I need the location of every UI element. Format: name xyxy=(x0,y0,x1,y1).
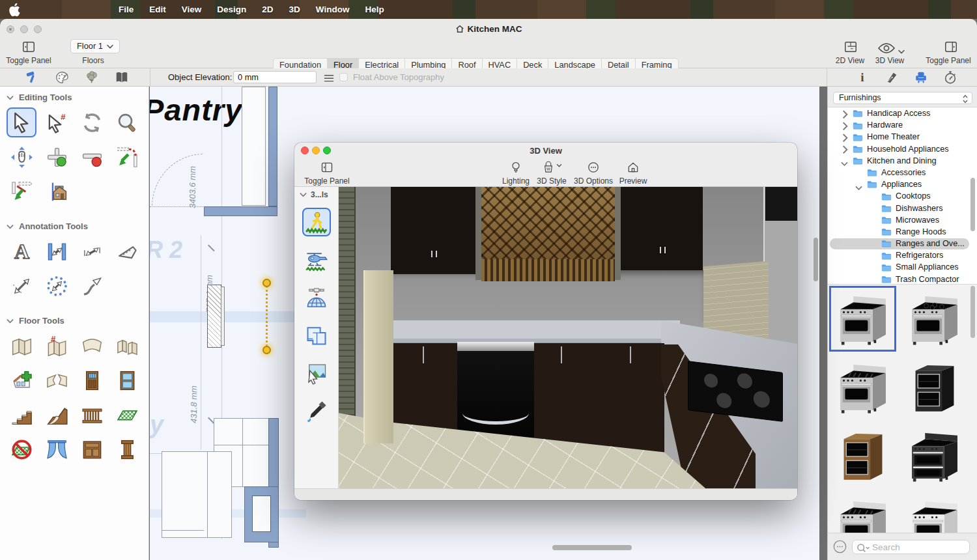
selection-handle[interactable] xyxy=(262,346,271,354)
accent-arc-icon[interactable] xyxy=(112,142,142,172)
menu-item-file[interactable]: File xyxy=(111,0,141,19)
tree-item-refrigerators[interactable]: Refrigerators xyxy=(828,249,977,261)
tree-item-small-appliances[interactable]: Small Appliances xyxy=(828,261,977,273)
elevation-reference-icon[interactable] xyxy=(42,176,72,206)
thumbnail-grill-range[interactable] xyxy=(829,354,896,420)
text-icon[interactable]: A xyxy=(7,236,36,266)
float-above-topography-checkbox[interactable] xyxy=(339,73,348,81)
dimension-431[interactable]: 431.8 mm xyxy=(189,385,199,423)
object-elevation-input[interactable]: 0 mm xyxy=(233,71,317,83)
flyover-icon[interactable] xyxy=(302,245,331,274)
interior-dimension-icon[interactable] xyxy=(42,236,72,266)
tree-item-microwaves[interactable]: Microwaves xyxy=(828,214,977,226)
select-arrow-icon[interactable] xyxy=(7,107,36,137)
tree-item-household-appliances[interactable]: Household Appliances xyxy=(828,143,977,155)
soffit-icon[interactable] xyxy=(42,434,72,464)
horizontal-scrollbar[interactable] xyxy=(552,545,632,550)
tree-scrollbar[interactable] xyxy=(970,178,975,231)
menu-item-2d[interactable]: 2D xyxy=(254,0,281,19)
stopwatch-icon[interactable] xyxy=(943,70,957,85)
hammer-icon[interactable] xyxy=(25,70,39,85)
window-icon[interactable] xyxy=(112,365,142,395)
tree-item-ranges-and-ove-[interactable]: Ranges and Ove... xyxy=(828,238,977,249)
2d-view-button[interactable] xyxy=(843,40,858,53)
straight-wall-icon[interactable] xyxy=(7,331,36,361)
thumbnail-smooth-top-range-white[interactable] xyxy=(901,491,968,533)
numbered-wall-icon[interactable]: # xyxy=(42,331,72,361)
3d-preview-button[interactable]: Preview xyxy=(616,158,650,187)
info-icon[interactable]: i xyxy=(855,70,870,85)
3d-lighting-button[interactable]: Lighting xyxy=(498,158,534,187)
tree-item-home-theater[interactable]: Home Theater xyxy=(828,131,977,143)
search-options-icon[interactable] xyxy=(833,540,847,553)
chevron-right-icon[interactable] xyxy=(842,122,848,129)
tree-item-handicap-access[interactable]: Handicap Access xyxy=(828,107,977,119)
chevron-down-icon[interactable] xyxy=(841,158,848,164)
thumbnail-four-burner-range[interactable] xyxy=(901,286,968,352)
3d-view-button[interactable] xyxy=(877,42,896,53)
tree-item-trash-compactor[interactable]: Trash Compactor xyxy=(828,273,977,285)
plant-icon[interactable] xyxy=(85,70,99,85)
wall[interactable] xyxy=(268,87,277,206)
floor-material-icon[interactable] xyxy=(112,400,142,430)
floors-dropdown[interactable]: Floor 1 xyxy=(70,39,120,53)
leader-arrow-icon[interactable] xyxy=(77,271,107,301)
tree-item-hardware[interactable]: Hardware xyxy=(828,119,977,131)
menu-item-help[interactable]: Help xyxy=(357,0,391,19)
end-to-end-dimension-icon[interactable] xyxy=(77,236,107,266)
tree-item-appliances[interactable]: Appliances xyxy=(828,178,977,190)
remove-icon[interactable] xyxy=(77,142,107,172)
chair-icon[interactable] xyxy=(914,70,928,85)
add-icon[interactable] xyxy=(42,142,72,172)
wall-break-icon[interactable] xyxy=(42,365,72,395)
thumbnail-double-oven-cabinet-black[interactable] xyxy=(901,354,968,420)
landing-stairs-icon[interactable] xyxy=(42,400,72,430)
apple-menu-icon[interactable] xyxy=(9,3,20,16)
railing-icon[interactable] xyxy=(77,400,107,430)
3d-tools-header[interactable]: 3...ls xyxy=(294,187,338,199)
menu-item-view[interactable]: View xyxy=(174,0,210,19)
section-header-floor-tools[interactable]: Floor Tools xyxy=(0,310,149,327)
selection-handle[interactable] xyxy=(262,279,271,287)
menu-item-design[interactable]: Design xyxy=(209,0,254,19)
chevron-right-icon[interactable] xyxy=(842,145,848,152)
toggle-panel-right-button[interactable] xyxy=(944,40,958,53)
tall-cabinet-plan[interactable] xyxy=(242,87,266,206)
library-icon[interactable] xyxy=(115,70,129,85)
thumbnail-double-oven-cabinet-wood[interactable] xyxy=(829,423,896,488)
pan-icon[interactable] xyxy=(7,142,36,172)
add-room-icon[interactable] xyxy=(7,365,36,395)
tree-item-cooktops[interactable]: Cooktops xyxy=(828,190,977,202)
dimension-3403[interactable]: 3403.6 mm xyxy=(188,166,197,208)
auto-dimension-icon[interactable] xyxy=(42,271,72,301)
3d-window-titlebar[interactable]: 3D View xyxy=(294,143,797,158)
tree-item-dishwashers[interactable]: Dishwashers xyxy=(828,203,977,214)
eyedropper-icon[interactable] xyxy=(302,397,331,425)
section-header-editing-tools[interactable]: Editing Tools xyxy=(0,87,149,104)
angular-dimension-icon[interactable] xyxy=(112,236,142,266)
tree-item-range-hoods[interactable]: Range Hoods xyxy=(828,226,977,238)
interior-wall-icon[interactable] xyxy=(112,331,142,361)
palette-icon[interactable] xyxy=(55,70,69,85)
menu-item-edit[interactable]: Edit xyxy=(141,0,174,19)
point-to-point-dimension-icon[interactable] xyxy=(7,271,36,301)
pen-icon[interactable] xyxy=(885,70,899,85)
thumbnail-grill-range-steel[interactable] xyxy=(829,491,896,533)
cabinet-icon[interactable] xyxy=(77,434,107,464)
3d-3d-options-button[interactable]: 3D Options xyxy=(572,158,615,187)
search-input[interactable]: Search xyxy=(852,540,970,554)
thumbnail-double-oven-range[interactable] xyxy=(901,423,968,488)
orbit-view-icon[interactable] xyxy=(302,283,331,312)
3d-toggle-panel-button[interactable]: Toggle Panel xyxy=(300,158,354,187)
thumbnails-scrollbar[interactable] xyxy=(970,286,975,338)
column-icon[interactable] xyxy=(112,434,142,464)
toggle-panel-left-button[interactable] xyxy=(21,40,36,53)
wall[interactable] xyxy=(204,206,277,216)
tree-item-kitchen-and-dining[interactable]: Kitchen and Dining xyxy=(828,155,977,167)
material-eraser-icon[interactable] xyxy=(7,434,36,464)
select-numbered-icon[interactable]: # xyxy=(42,107,72,137)
thumbnail-flat-top-range[interactable] xyxy=(829,286,896,352)
3d-view-window[interactable]: 3D View Toggle Panel Lighting3D Style3D … xyxy=(294,143,797,500)
accent-line-icon[interactable] xyxy=(7,176,36,206)
menu-item-3d[interactable]: 3D xyxy=(281,0,308,19)
